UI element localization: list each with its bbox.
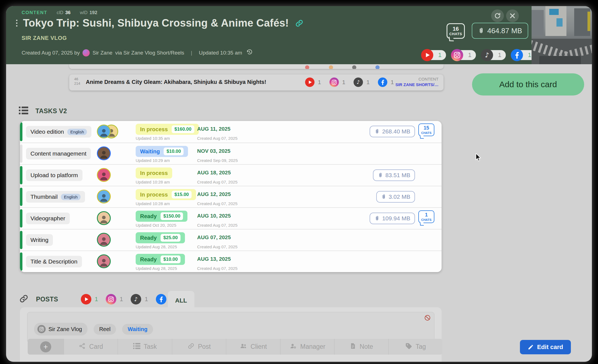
posts-link-icon (19, 294, 29, 305)
task-row[interactable]: Content management Waiting $10.00 Update… (20, 143, 442, 164)
post-account-pill[interactable]: Sir Zane Vlog (34, 323, 87, 335)
add-button[interactable]: + (28, 339, 64, 355)
tiktok-count[interactable]: ♪1 (131, 294, 148, 304)
ban-icon (424, 314, 431, 322)
task-status-chip[interactable]: In process (136, 167, 172, 179)
task-chats-badge[interactable]: 1CHATS (418, 210, 434, 223)
task-assignees[interactable] (97, 254, 121, 269)
task-label[interactable]: Writing (26, 234, 53, 246)
facebook-icon (511, 49, 523, 61)
assignee-avatar[interactable] (97, 125, 111, 138)
tasks-list-icon (19, 106, 28, 116)
task-label[interactable]: Videographer (26, 213, 70, 224)
task-assignees[interactable] (97, 233, 121, 247)
instagram-count[interactable]: 1 (329, 78, 346, 87)
task-label[interactable]: Thumbnail English (26, 191, 85, 203)
post-status-pill[interactable]: Waiting (122, 324, 153, 335)
tiktok-count[interactable]: ♪1 (481, 50, 506, 60)
youtube-count[interactable]: 1 (422, 50, 446, 60)
task-status-chip[interactable]: Waiting $10.00 (136, 146, 188, 157)
task-assignees[interactable] (97, 146, 121, 161)
task-updated: Updated 10:29 am (136, 158, 170, 163)
task-status-chip[interactable]: In process $15.00 (136, 189, 196, 200)
plus-icon: + (40, 341, 51, 352)
task-due-date: AUG 11, 2025 (197, 126, 230, 132)
task-created: Created Aug 07, 2025 (197, 244, 238, 249)
toolbar-add-card[interactable]: Card (64, 339, 118, 355)
post-icon (187, 342, 195, 351)
post-type-pill[interactable]: Reel (94, 324, 116, 335)
task-assignees[interactable] (97, 211, 121, 226)
assignee-avatar[interactable] (97, 168, 111, 182)
more-menu-icon[interactable] (14, 19, 19, 28)
task-attachments-badge[interactable]: 268.40 MB (370, 126, 415, 137)
task-assignees[interactable] (97, 190, 121, 204)
copy-link-icon[interactable] (295, 19, 304, 28)
task-attachments-badge[interactable]: 3.02 MB (376, 191, 415, 203)
task-row[interactable]: Thumbnail English In process $15.00 Upda… (20, 186, 442, 207)
task-status-chip[interactable]: In process $160.00 (136, 124, 199, 135)
card-chats-badge[interactable]: 16 CHATS (447, 23, 465, 39)
task-status-chip[interactable]: Ready $10.00 (136, 254, 185, 265)
task-attachments-badge[interactable]: 109.94 MB (370, 213, 415, 224)
task-label[interactable]: Upload to platform (26, 169, 83, 181)
assignee-avatar[interactable] (97, 233, 111, 247)
tiktok-icon: ♪ (481, 49, 493, 61)
toolbar-add-post[interactable]: Post (172, 339, 226, 355)
task-status-chip[interactable]: Ready $150.00 (136, 211, 187, 222)
assignee-avatar[interactable] (97, 190, 111, 203)
related-content-link[interactable]: SIR ZANE SHORTS/… (395, 82, 439, 87)
instagram-count[interactable]: 1 (106, 294, 123, 304)
posts-social-filter: 11♪11 (81, 294, 173, 304)
assignee-avatar[interactable] (97, 254, 111, 268)
refresh-button[interactable] (491, 9, 504, 22)
task-price-badge: $25.00 (161, 234, 181, 242)
assignee-avatar[interactable] (97, 211, 111, 225)
task-label[interactable]: Title & Description (26, 256, 82, 267)
card-icon (79, 342, 86, 351)
edit-card-button[interactable]: Edit card (520, 340, 571, 354)
task-due-date: AUG 12, 2025 (197, 191, 231, 197)
task-row[interactable]: Writing Ready $25.00 Updated Aug 28, 202… (20, 229, 442, 251)
task-created: Created Sep 09, 2025 (197, 158, 238, 163)
toolbar-add-tag[interactable]: Tag (388, 339, 442, 355)
task-icon (133, 343, 140, 351)
assignee-avatar[interactable] (97, 146, 111, 160)
tag-icon (405, 342, 412, 351)
instagram-count[interactable]: 1 (452, 50, 476, 60)
task-label[interactable]: Content management (26, 148, 91, 159)
author-avatar (83, 49, 90, 56)
task-assignees[interactable] (97, 168, 121, 182)
related-card-partial[interactable] (69, 64, 444, 69)
task-updated: Updated Aug 28, 2025 (136, 266, 177, 271)
task-row[interactable]: Video edition English In process $160.00… (20, 121, 442, 143)
task-chats-badge[interactable]: 15CHATS (418, 123, 434, 136)
history-icon[interactable] (246, 49, 253, 57)
toolbar-add-note[interactable]: Note (334, 339, 388, 355)
related-card-row[interactable]: 46 214 Anime Dreams & City Gleam: Akihab… (69, 74, 444, 91)
task-row[interactable]: Title & Description Ready $10.00 Updated… (20, 251, 442, 272)
add-to-card-button[interactable]: Add to this card (472, 73, 584, 95)
youtube-count[interactable]: 1 (81, 294, 98, 304)
youtube-count[interactable]: 1 (305, 78, 321, 87)
task-status-bar (20, 231, 22, 249)
facebook-count[interactable]: 1 (378, 78, 394, 87)
task-row[interactable]: Videographer Ready $150.00 Updated Oct 2… (20, 207, 442, 229)
tiktok-count[interactable]: ♪1 (354, 78, 370, 87)
task-status-bar (20, 188, 22, 206)
task-attachments-badge[interactable]: 83.51 MB (373, 169, 415, 181)
task-row[interactable]: Upload to platform In process Updated 10… (20, 164, 442, 186)
close-button[interactable] (506, 9, 519, 22)
task-price-badge: $15.00 (172, 191, 192, 198)
task-status-chip[interactable]: Ready $25.00 (136, 232, 185, 243)
toolbar-add-task[interactable]: Task (118, 339, 172, 355)
task-label[interactable]: Video edition English (26, 126, 91, 138)
toolbar-add-manager[interactable]: Manager (280, 339, 334, 355)
task-price-badge: $160.00 (172, 125, 194, 133)
related-card-ids: 46 214 (74, 77, 80, 86)
toolbar-add-client[interactable]: Client (226, 339, 280, 355)
card-attachments-badge[interactable]: 464.87 MB (472, 23, 528, 39)
card-cover-photo[interactable] (532, 6, 592, 64)
post-item[interactable]: Sir Zane Vlog Reel Waiting (27, 312, 434, 343)
task-assignees[interactable] (97, 125, 121, 139)
